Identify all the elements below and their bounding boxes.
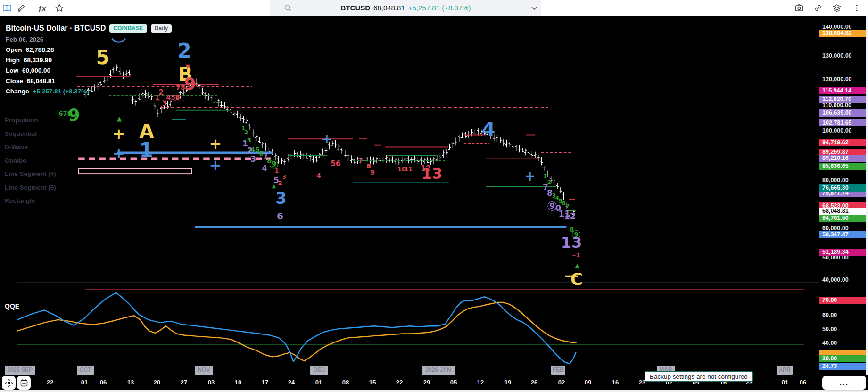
date-tick: 15 [369, 379, 376, 386]
bottom-strip [0, 390, 868, 392]
tool-item-line-segment-5-[interactable]: Line Segment (5) [5, 184, 56, 191]
wave-label: 4 [316, 172, 321, 179]
legend-high: High68,339.99 [6, 57, 172, 64]
date-tick: 12 [477, 379, 484, 386]
price-axis-badge: 112,820.70 [819, 96, 866, 103]
wave-label: ▲ [117, 116, 122, 122]
month-label: 2025 SEP [5, 366, 35, 375]
link-icon[interactable] [812, 2, 824, 14]
symbol-change: +5,257.81 (+8.37%) [408, 4, 471, 12]
interval-badge[interactable]: Daily [151, 24, 172, 33]
price-axis[interactable]: 140,000.00130,000.00120,000.00110,000.00… [819, 16, 866, 375]
crosshair-scroll-button[interactable] [2, 376, 16, 390]
price-axis-label: 130,000.00 [819, 52, 866, 59]
wave-label: ▲ [272, 183, 276, 189]
book-icon[interactable] [0, 2, 13, 14]
date-tick: 06 [100, 379, 107, 386]
price-axis-label: 120,000.00 [819, 75, 866, 83]
tool-item-line-segment-4-[interactable]: Line Segment (4) [5, 170, 56, 177]
wave-label: + [209, 158, 222, 173]
tool-item-d-wave[interactable]: D-Wave [5, 143, 28, 150]
star-icon[interactable] [53, 2, 66, 14]
wave-label: 9 [370, 169, 375, 175]
wave-label: 3 [162, 100, 167, 107]
symbol-price: 68,048.81 [373, 4, 405, 12]
more-button[interactable]: ... [822, 376, 866, 390]
price-axis-badge: 138,684.82 [819, 30, 866, 37]
month-label: 2026 JAN [422, 366, 455, 375]
fx-icon[interactable]: ƒx [36, 2, 48, 14]
price-axis-badge: 102,781.65 [819, 119, 866, 126]
price-axis-badge: 51,189.34 [819, 249, 866, 256]
wave-label: 13 [561, 235, 582, 250]
wave-label: 13 [422, 166, 443, 181]
date-tick: 08 [342, 379, 349, 386]
wave-label: ~1 [571, 252, 580, 258]
date-tick: 17 [262, 379, 268, 386]
date-tick: 26 [531, 379, 537, 386]
price-axis-label: 40,000.00 [819, 276, 866, 284]
legend-change: Change+5,257.81 (+8.37%) [6, 88, 172, 95]
wave-label: 9 [68, 107, 80, 124]
tool-item-propulsion[interactable]: Propulsion [5, 117, 38, 124]
price-axis-badge: 76,665.30 [819, 184, 866, 192]
tool-item-combo[interactable]: Combo [5, 157, 27, 164]
price-axis-badge: 70.00 [819, 297, 866, 304]
symbol-name: BTCUSD [341, 4, 371, 12]
legend-date: Feb 06, 2026 [6, 36, 172, 43]
chart-legend: Bitcoin-US Dollar · BTCUSD COINBASE Dail… [6, 24, 172, 95]
pencil-icon[interactable] [15, 2, 27, 14]
wave-label: 9 [184, 75, 196, 92]
tool-item-sequential[interactable]: Sequential [5, 130, 37, 137]
top-toolbar: ƒx BTCUSD 68,048.81 +5,257.81 (+8.37%) [0, 0, 868, 16]
date-tick: 22 [396, 379, 403, 386]
backup-settings-tooltip: Backup settings are not configured [645, 371, 753, 382]
layers-icon[interactable] [831, 2, 843, 14]
wave-label: 4 [481, 120, 495, 140]
wave-label: 6 [277, 211, 283, 221]
kebab-menu-icon[interactable] [851, 2, 863, 14]
wave-label: + [524, 170, 535, 183]
wave-label: ▼ [185, 63, 190, 69]
wave-label: 3 [250, 155, 256, 163]
price-axis-badge: 24.73 [819, 363, 866, 370]
wave-label: 3 [282, 174, 286, 180]
date-tick: 09 [585, 379, 591, 386]
price-axis-label: 40.00 [819, 339, 866, 347]
calendar-button[interactable] [17, 376, 31, 390]
wave-label: 12 [564, 212, 576, 220]
month-label: DEC [310, 366, 328, 375]
wave-label: C [570, 271, 583, 288]
month-label: FEB [551, 366, 565, 375]
right-scroll-strip [866, 16, 868, 375]
wave-label: 2 [177, 41, 191, 61]
wave-label: 78 [176, 84, 185, 91]
date-tick: 22 [47, 379, 53, 386]
wave-label: 1 [543, 174, 547, 179]
price-axis-badge: 89,210.16 [819, 155, 866, 162]
wave-label: + [209, 136, 222, 151]
chart-area[interactable]: Bitcoin-US Dollar · BTCUSD COINBASE Dail… [0, 16, 868, 392]
wave-label: 4 [262, 165, 267, 172]
legend-low: Low60,000.00 [6, 67, 172, 74]
price-axis-badge: 85,636.65 [819, 163, 866, 170]
price-axis-label: 100,000.00 [819, 127, 866, 134]
wave-label: 1 [275, 168, 279, 174]
date-tick: 01 [81, 379, 88, 386]
wave-label: 56 [331, 160, 341, 167]
month-label: APR [777, 366, 793, 375]
symbol-quote: BTCUSD 68,048.81 +5,257.81 (+8.37%) [270, 0, 541, 16]
chevron-down-icon[interactable] [528, 2, 540, 14]
month-label: NOV [195, 366, 213, 375]
wave-label: 11 [404, 166, 413, 172]
camera-icon[interactable] [793, 2, 805, 14]
legend-close: Close68,048.81 [6, 77, 172, 84]
qqe-indicator-label[interactable]: QQE [5, 302, 19, 310]
date-tick: 29 [423, 379, 430, 386]
tool-item-rectangle[interactable]: Rectangle [5, 197, 35, 204]
date-tick: 01 [782, 379, 788, 386]
date-tick: 20 [154, 379, 160, 386]
symbol-search-band[interactable]: BTCUSD 68,048.81 +5,257.81 (+8.37%) [270, 0, 541, 16]
wave-label: + [113, 146, 125, 161]
price-axis-badge: 58,347.47 [819, 231, 866, 238]
